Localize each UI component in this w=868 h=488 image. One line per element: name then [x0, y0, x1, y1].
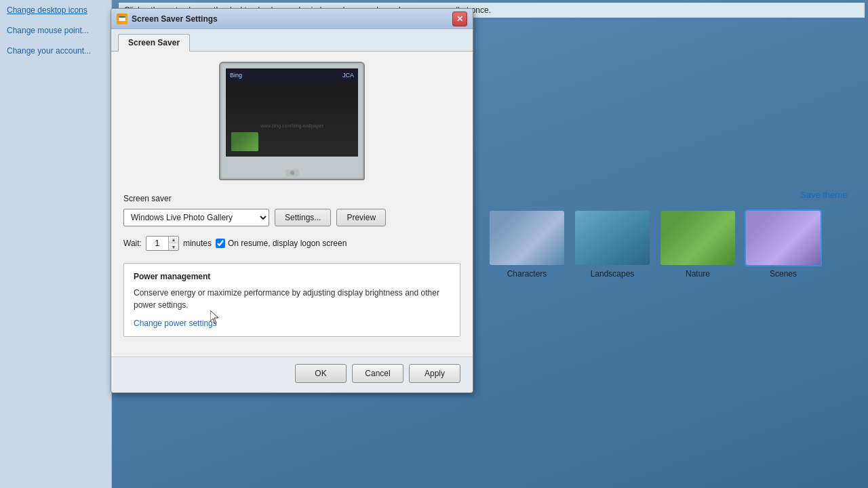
theme-thumbnail-characters	[490, 211, 564, 265]
tab-bar: Screen Saver	[111, 29, 473, 52]
power-description: Conserve energy or maximize performance …	[134, 287, 450, 311]
theme-label-landscapes: Landscapes	[591, 269, 635, 279]
tab-screen-saver[interactable]: Screen Saver	[118, 34, 190, 52]
dialog-icon	[117, 14, 127, 24]
monitor-preview: Bing JCA www.bing.com/bing-wallpaper	[219, 62, 365, 180]
screen-image-patch	[231, 132, 258, 151]
theme-item-landscapes[interactable]: Landscapes	[574, 209, 651, 279]
cancel-button[interactable]: Cancel	[352, 364, 403, 383]
on-resume-text: On resume, display logon screen	[228, 239, 347, 248]
theme-item-nature[interactable]: Nature	[659, 209, 736, 279]
dialog-footer: OK Cancel Apply	[111, 357, 473, 392]
theme-label-nature: Nature	[686, 269, 710, 279]
screensaver-dropdown[interactable]: Windows Live Photo Gallery Blank Bubbles…	[123, 209, 269, 226]
wait-label: Wait:	[123, 239, 142, 248]
preview-area: Bing JCA www.bing.com/bing-wallpaper	[123, 62, 460, 180]
settings-button[interactable]: Settings...	[275, 209, 331, 226]
power-section: Power management Conserve energy or maxi…	[123, 263, 460, 337]
theme-thumbnail-landscapes	[575, 211, 650, 265]
title-bar-left: Screen Saver Settings	[117, 14, 218, 24]
theme-item-characters[interactable]: Characters	[488, 209, 566, 279]
minutes-label: minutes	[183, 239, 212, 248]
theme-label-scenes: Scenes	[770, 269, 797, 279]
spinner-arrows: ▲ ▼	[168, 237, 178, 250]
ok-button[interactable]: OK	[295, 364, 347, 383]
themes-area: Save theme Characters Landscapes Nature …	[475, 183, 868, 488]
theme-thumbnail-scenes	[746, 211, 821, 265]
screen-header-text2: JCA	[342, 72, 354, 79]
dialog-title: Screen Saver Settings	[132, 14, 218, 24]
themes-row: Characters Landscapes Nature Scenes	[488, 209, 822, 279]
svg-rect-1	[119, 16, 125, 18]
section-label-screensaver: Screen saver	[123, 194, 460, 203]
monitor-screen: Bing JCA www.bing.com/bing-wallpaper	[226, 68, 358, 157]
save-theme-link[interactable]: Save theme	[800, 190, 847, 200]
sidebar-item-desktop-icons[interactable]: Change desktop icons	[0, 0, 111, 20]
spinner-down-button[interactable]: ▼	[169, 243, 178, 250]
apply-button[interactable]: Apply	[409, 364, 460, 383]
preview-button[interactable]: Preview	[336, 209, 386, 226]
screen-content: www.bing.com/bing-wallpaper	[226, 82, 358, 157]
dialog-title-bar: Screen Saver Settings ✕	[111, 9, 473, 29]
screensaver-controls: Windows Live Photo Gallery Blank Bubbles…	[123, 209, 460, 226]
spinner-up-button[interactable]: ▲	[169, 237, 178, 243]
wait-input[interactable]	[146, 237, 168, 250]
power-title: Power management	[134, 272, 450, 281]
change-power-settings-link[interactable]: Change power settings	[134, 319, 217, 328]
screen-header: Bing JCA	[226, 68, 358, 82]
theme-thumbnail-nature	[660, 211, 735, 265]
close-button[interactable]: ✕	[452, 12, 467, 26]
sidebar-item-mouse-pointer[interactable]: Change mouse point...	[0, 20, 111, 41]
theme-label-characters: Characters	[507, 269, 547, 279]
sidebar-item-account[interactable]: Change your account...	[0, 41, 111, 61]
dropdown-wrapper: Windows Live Photo Gallery Blank Bubbles…	[123, 209, 269, 226]
monitor-base	[285, 169, 299, 176]
screen-header-text1: Bing	[230, 72, 242, 79]
monitor-base-dot	[290, 171, 294, 175]
on-resume-checkbox[interactable]	[216, 239, 225, 248]
wait-spinner: ▲ ▼	[146, 236, 179, 251]
dialog-content: Bing JCA www.bing.com/bing-wallpaper Scr…	[111, 52, 473, 357]
screen-text: www.bing.com/bing-wallpaper	[260, 123, 323, 128]
on-resume-label[interactable]: On resume, display logon screen	[216, 239, 347, 248]
wait-row: Wait: ▲ ▼ minutes On resume, display log…	[123, 236, 460, 251]
screen-saver-dialog: Screen Saver Settings ✕ Screen Saver Bin…	[111, 8, 473, 393]
theme-item-scenes[interactable]: Scenes	[745, 209, 822, 279]
left-panel: Change desktop icons Change mouse point.…	[0, 0, 112, 488]
